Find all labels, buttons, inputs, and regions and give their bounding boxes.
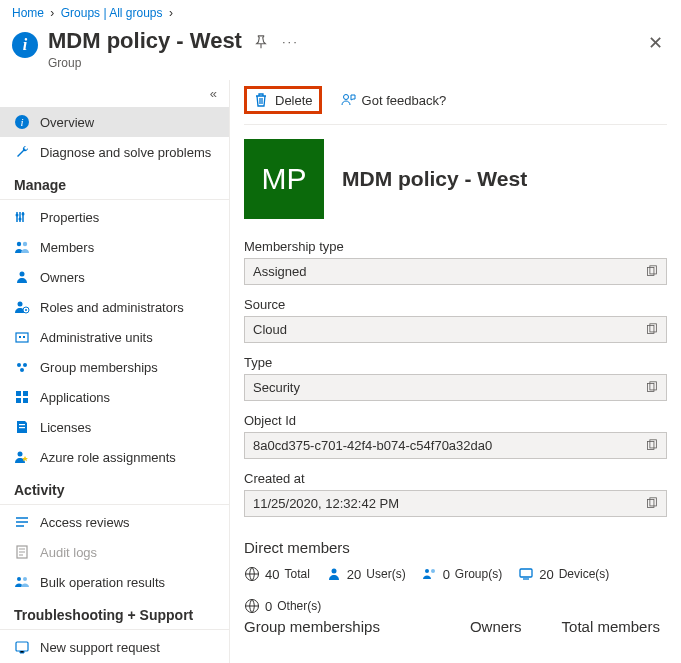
source-value: Cloud xyxy=(244,316,667,343)
svg-rect-12 xyxy=(19,336,21,338)
svg-point-4 xyxy=(22,213,25,216)
membership-type-value: Assigned xyxy=(244,258,667,285)
svg-point-3 xyxy=(19,218,22,221)
sidebar-section-support: Troubleshooting + Support xyxy=(0,597,229,630)
delete-button[interactable]: Delete xyxy=(253,92,313,108)
sidebar-item-members[interactable]: Members xyxy=(0,232,229,262)
svg-point-10 xyxy=(25,309,27,311)
globe-icon xyxy=(244,598,260,614)
copy-icon[interactable] xyxy=(645,265,658,278)
svg-point-6 xyxy=(23,242,27,246)
collapse-icon[interactable]: « xyxy=(0,84,229,107)
close-icon[interactable]: ✕ xyxy=(648,32,663,54)
sidebar-item-licenses[interactable]: Licenses xyxy=(0,412,229,442)
sidebar-item-label: Diagnose and solve problems xyxy=(40,145,211,160)
support-icon xyxy=(14,639,30,655)
delete-highlight: Delete xyxy=(244,86,322,114)
type-value: Security xyxy=(244,374,667,401)
svg-rect-11 xyxy=(16,333,28,342)
group-memberships-heading: Group memberships xyxy=(244,618,380,635)
svg-point-7 xyxy=(20,272,25,277)
pin-icon[interactable] xyxy=(254,35,268,49)
more-icon[interactable]: ··· xyxy=(282,34,299,49)
content-area: Delete Got feedback? MP MDM policy - Wes… xyxy=(230,80,681,663)
sidebar-item-roles[interactable]: Roles and administrators xyxy=(0,292,229,322)
sidebar-item-diagnose[interactable]: Diagnose and solve problems xyxy=(0,137,229,167)
sidebar-item-label: Roles and administrators xyxy=(40,300,184,315)
membership-type-label: Membership type xyxy=(244,239,667,254)
feedback-button[interactable]: Got feedback? xyxy=(340,92,447,108)
licenses-icon xyxy=(14,419,30,435)
source-label: Source xyxy=(244,297,667,312)
sidebar-item-label: Group memberships xyxy=(40,360,158,375)
stat-devices[interactable]: 20 Device(s) xyxy=(518,566,609,582)
copy-icon[interactable] xyxy=(645,381,658,394)
page-header: i MDM policy - West Group ··· ✕ xyxy=(0,24,681,80)
sidebar-item-owners[interactable]: Owners xyxy=(0,262,229,292)
total-members-heading: Total members xyxy=(562,618,660,635)
direct-members-stats: 40 Total 20 User(s) 0 Group(s) 20 Device… xyxy=(244,566,667,614)
audit-logs-icon xyxy=(14,544,30,560)
breadcrumb-groups[interactable]: Groups | All groups xyxy=(61,6,163,20)
info-circle-icon: i xyxy=(14,114,30,130)
roles-icon xyxy=(14,299,30,315)
svg-point-26 xyxy=(23,577,27,581)
user-icon xyxy=(326,566,342,582)
breadcrumb: Home › Groups | All groups › xyxy=(0,0,681,24)
azure-role-icon xyxy=(14,449,30,465)
stat-total[interactable]: 40 Total xyxy=(244,566,310,582)
applications-icon xyxy=(14,389,30,405)
properties-icon xyxy=(14,209,30,225)
sidebar-item-applications[interactable]: Applications xyxy=(0,382,229,412)
svg-point-15 xyxy=(23,363,27,367)
group-memberships-icon xyxy=(14,359,30,375)
sidebar-item-access-reviews[interactable]: Access reviews xyxy=(0,507,229,537)
svg-rect-18 xyxy=(23,391,28,396)
sidebar-item-label: Properties xyxy=(40,210,99,225)
copy-icon[interactable] xyxy=(645,323,658,336)
feedback-label: Got feedback? xyxy=(362,93,447,108)
sidebar-item-label: Owners xyxy=(40,270,85,285)
objectid-label: Object Id xyxy=(244,413,667,428)
wrench-icon xyxy=(14,144,30,160)
sidebar-item-group-memberships[interactable]: Group memberships xyxy=(0,352,229,382)
owners-heading: Owners xyxy=(470,618,522,635)
sidebar-item-bulk-results[interactable]: Bulk operation results xyxy=(0,567,229,597)
device-icon xyxy=(518,566,534,582)
sidebar-item-label: Azure role assignments xyxy=(40,450,176,465)
feedback-icon xyxy=(340,92,356,108)
copy-icon[interactable] xyxy=(645,439,658,452)
sidebar-item-label: Applications xyxy=(40,390,110,405)
stat-users[interactable]: 20 User(s) xyxy=(326,566,406,582)
sidebar-section-activity: Activity xyxy=(0,472,229,505)
bulk-results-icon xyxy=(14,574,30,590)
svg-point-25 xyxy=(17,577,21,581)
sidebar-item-label: Members xyxy=(40,240,94,255)
sidebar-item-properties[interactable]: Properties xyxy=(0,202,229,232)
info-icon: i xyxy=(12,32,38,58)
sidebar-item-admin-units[interactable]: Administrative units xyxy=(0,322,229,352)
stat-others[interactable]: 0 Other(s) xyxy=(244,598,321,614)
sidebar-item-audit-logs[interactable]: Audit logs xyxy=(0,537,229,567)
createdat-value: 11/25/2020, 12:32:42 PM xyxy=(244,490,667,517)
sidebar-item-new-support[interactable]: New support request xyxy=(0,632,229,662)
svg-point-28 xyxy=(343,95,348,100)
svg-rect-20 xyxy=(23,398,28,403)
sidebar-item-label: New support request xyxy=(40,640,160,655)
sidebar-item-overview[interactable]: i Overview xyxy=(0,107,229,137)
svg-rect-22 xyxy=(19,427,25,428)
sidebar-section-manage: Manage xyxy=(0,167,229,200)
admin-units-icon xyxy=(14,329,30,345)
copy-icon[interactable] xyxy=(645,497,658,510)
sidebar-item-azure-roles[interactable]: Azure role assignments xyxy=(0,442,229,472)
breadcrumb-home[interactable]: Home xyxy=(12,6,44,20)
globe-icon xyxy=(244,566,260,582)
svg-point-23 xyxy=(18,452,23,457)
svg-rect-17 xyxy=(16,391,21,396)
sidebar: « i Overview Diagnose and solve problems… xyxy=(0,80,230,663)
svg-point-2 xyxy=(16,214,19,217)
stat-groups[interactable]: 0 Group(s) xyxy=(422,566,503,582)
entity-header: MP MDM policy - West xyxy=(244,139,667,219)
direct-members-title: Direct members xyxy=(244,539,667,556)
delete-label: Delete xyxy=(275,93,313,108)
